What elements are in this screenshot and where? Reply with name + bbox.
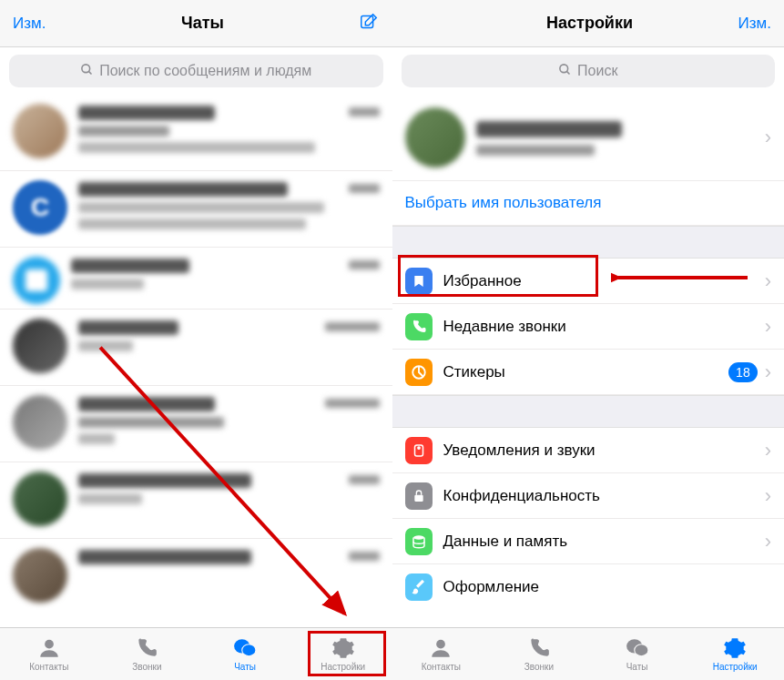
search-icon xyxy=(80,63,94,80)
brush-icon xyxy=(405,573,433,601)
tab-label: Контакты xyxy=(29,662,68,672)
contacts-icon xyxy=(36,636,62,660)
cell-recent-calls[interactable]: Недавние звонки › xyxy=(392,304,785,350)
chats-icon xyxy=(625,636,650,660)
edit-button[interactable]: Изм. xyxy=(738,15,771,33)
phone-icon xyxy=(526,636,552,660)
phone-icon xyxy=(134,636,159,660)
bookmark-icon xyxy=(405,268,433,295)
tab-contacts[interactable]: Контакты xyxy=(392,628,491,680)
tab-calls[interactable]: Звонки xyxy=(98,628,197,680)
chat-row[interactable] xyxy=(0,462,392,539)
profile-row[interactable]: › xyxy=(392,95,785,181)
chevron-right-icon: › xyxy=(765,269,771,293)
chats-list: C xyxy=(0,95,392,627)
search-container: Поиск xyxy=(392,47,785,95)
phone-icon xyxy=(405,313,433,340)
settings-header: Настройки Изм. xyxy=(392,0,785,47)
tab-label: Чаты xyxy=(234,662,256,672)
chats-screen: Изм. Чаты Поиск по сообщениям и людям C xyxy=(0,0,392,680)
tab-chats[interactable]: Чаты xyxy=(588,628,687,680)
chat-row[interactable]: C xyxy=(0,171,392,248)
search-placeholder: Поиск xyxy=(577,63,617,79)
tab-label: Чаты xyxy=(626,662,648,672)
cell-label: Недавние звонки xyxy=(443,318,566,336)
cell-label: Данные и память xyxy=(443,533,568,551)
settings-list: › Выбрать имя пользователя Избранное › Н… xyxy=(392,95,785,627)
cell-label: Избранное xyxy=(443,272,522,290)
chat-row[interactable] xyxy=(0,386,392,462)
tab-label: Контакты xyxy=(422,662,461,672)
chevron-right-icon: › xyxy=(765,484,771,508)
search-input[interactable]: Поиск по сообщениям и людям xyxy=(9,55,383,87)
chat-row[interactable] xyxy=(0,248,392,310)
cell-saved[interactable]: Избранное › xyxy=(392,259,785,304)
cell-label: Уведомления и звуки xyxy=(443,441,596,460)
username-link[interactable]: Выбрать имя пользователя xyxy=(405,194,602,211)
lock-icon xyxy=(405,482,433,510)
cell-appearance[interactable]: Оформление xyxy=(392,564,785,610)
cell-label: Конфиденциальность xyxy=(443,487,600,505)
svg-rect-10 xyxy=(414,494,423,501)
chevron-right-icon: › xyxy=(765,530,771,553)
chats-header: Изм. Чаты xyxy=(0,0,392,47)
svg-point-11 xyxy=(413,535,424,540)
cell-stickers[interactable]: Стикеры 18 › xyxy=(392,350,785,395)
search-icon xyxy=(558,63,572,80)
chevron-right-icon: › xyxy=(765,315,771,339)
cell-notifications[interactable]: Уведомления и звуки › xyxy=(392,428,785,473)
svg-point-15 xyxy=(634,644,647,656)
section-gap xyxy=(392,395,785,428)
database-icon xyxy=(405,528,433,555)
username-cell[interactable]: Выбрать имя пользователя xyxy=(392,181,785,226)
svg-point-1 xyxy=(82,64,90,72)
contacts-icon xyxy=(428,636,453,660)
gear-icon xyxy=(722,636,748,660)
gear-icon xyxy=(331,636,356,660)
cell-data[interactable]: Данные и память › xyxy=(392,519,785,564)
tab-contacts[interactable]: Контакты xyxy=(0,628,98,680)
sticker-icon xyxy=(405,359,433,386)
chat-row[interactable] xyxy=(0,95,392,171)
svg-point-6 xyxy=(560,64,568,72)
chats-title: Чаты xyxy=(181,14,224,33)
edit-button[interactable]: Изм. xyxy=(13,15,46,33)
section-gap xyxy=(392,226,785,259)
chat-row[interactable] xyxy=(0,539,392,615)
compose-icon[interactable] xyxy=(359,12,379,36)
settings-screen: Настройки Изм. Поиск › Выбрать имя польз… xyxy=(392,0,785,680)
search-container: Поиск по сообщениям и людям xyxy=(0,47,392,95)
tab-settings[interactable]: Настройки xyxy=(294,628,392,680)
cell-label: Стикеры xyxy=(443,363,505,381)
tabbar-left: Контакты Звонки Чаты Настройки xyxy=(0,627,392,680)
bell-icon xyxy=(405,437,433,464)
chat-row[interactable] xyxy=(0,310,392,386)
chats-icon xyxy=(232,636,258,660)
chevron-right-icon: › xyxy=(765,126,771,149)
svg-point-5 xyxy=(242,644,256,656)
chevron-right-icon: › xyxy=(765,439,771,462)
search-placeholder: Поиск по сообщениям и людям xyxy=(99,63,311,79)
stickers-badge: 18 xyxy=(728,362,758,382)
cell-privacy[interactable]: Конфиденциальность › xyxy=(392,473,785,519)
tab-settings[interactable]: Настройки xyxy=(686,628,784,680)
tab-calls[interactable]: Звонки xyxy=(490,628,588,680)
svg-point-13 xyxy=(436,640,445,649)
search-input[interactable]: Поиск xyxy=(402,55,776,87)
tab-label: Настройки xyxy=(713,662,758,672)
tab-label: Звонки xyxy=(524,662,554,672)
settings-title: Настройки xyxy=(546,14,633,33)
tabbar-right: Контакты Звонки Чаты Настройки xyxy=(392,627,785,680)
tab-chats[interactable]: Чаты xyxy=(196,628,294,680)
svg-point-9 xyxy=(417,446,419,448)
cell-label: Оформление xyxy=(443,578,540,596)
svg-point-3 xyxy=(45,640,54,649)
tab-label: Настройки xyxy=(321,662,365,672)
chevron-right-icon: › xyxy=(765,360,771,384)
tab-label: Звонки xyxy=(132,662,161,672)
